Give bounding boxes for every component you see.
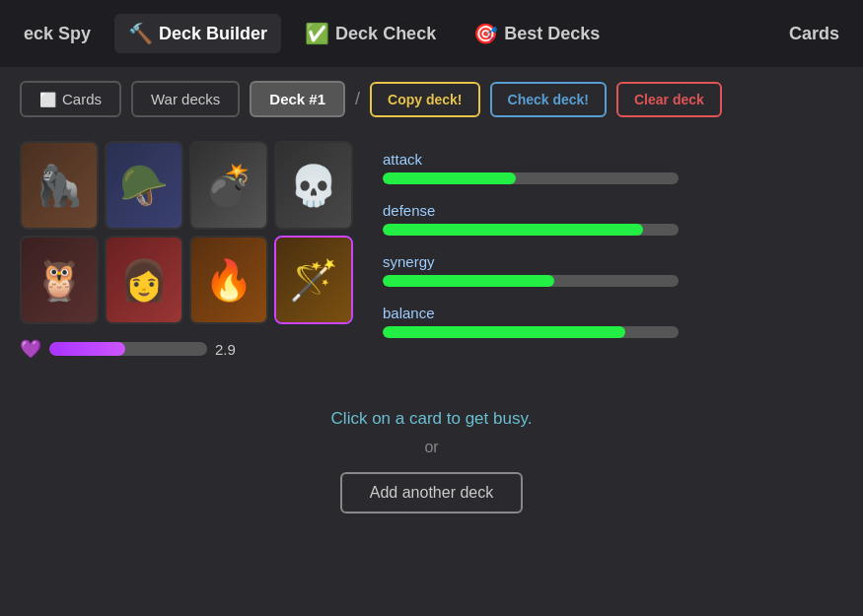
check-deck-button[interactable]: Check deck! [490,82,607,117]
deck-check-icon: ✅ [305,22,329,45]
deck-builder-icon: 🔨 [128,22,153,45]
card-slot-8[interactable]: 🪄 [274,236,353,324]
card-emoji-2: 🪖 [107,143,181,228]
card-emoji-4: 💀 [276,143,351,228]
add-deck-label: Add another deck [370,484,493,501]
card-emoji-3: 💣 [191,143,266,228]
stat-track-attack [383,172,679,184]
card-slot-2[interactable]: 🪖 [105,141,183,230]
stat-track-balance [383,326,679,338]
clear-deck-label: Clear deck [634,92,704,107]
nav-deck-check-label: Deck Check [335,24,436,44]
stat-label-synergy: synergy [383,253,843,270]
cards-tab-button[interactable]: ⬜ Cards [20,81,121,117]
click-hint: Click on a card to get busy. [20,409,843,429]
nav-deck-spy[interactable]: eck Spy [10,16,105,52]
stat-fill-attack [383,172,516,184]
stat-label-attack: attack [383,151,843,168]
card-slot-3[interactable]: 💣 [189,141,268,230]
nav-deck-builder[interactable]: 🔨 Deck Builder [114,14,281,53]
card-grid: 🦍🪖💣💀🦉👩🔥🪄 [20,141,353,324]
war-decks-tab-button[interactable]: War decks [131,81,240,117]
card-emoji-8: 🪄 [276,238,351,322]
copy-deck-button[interactable]: Copy deck! [370,82,479,117]
elixir-fill [49,342,125,356]
card-slot-4[interactable]: 💀 [274,141,353,230]
slash-separator: / [355,89,360,109]
toolbar: ⬜ Cards War decks Deck #1 / Copy deck! C… [0,67,863,131]
cards-tab-label: Cards [62,91,102,107]
deck1-tab-button[interactable]: Deck #1 [250,81,345,117]
card-slot-6[interactable]: 👩 [105,236,183,324]
elixir-value: 2.9 [215,341,236,358]
check-deck-label: Check deck! [508,92,589,107]
stat-label-balance: balance [383,305,843,321]
best-decks-icon: 🎯 [473,22,498,45]
stat-row-defense: defense [383,202,843,236]
or-text: or [20,439,843,456]
stat-row-balance: balance [383,305,843,338]
war-decks-tab-label: War decks [151,91,220,107]
nav-cards[interactable]: Cards [775,16,853,52]
cards-tab-icon: ⬜ [39,92,56,107]
stat-track-defense [383,224,679,236]
stats-section: attackdefensesynergybalance [383,141,843,360]
stat-row-synergy: synergy [383,253,843,287]
card-grid-section: 🦍🪖💣💀🦉👩🔥🪄 💜 2.9 [20,141,353,360]
card-slot-5[interactable]: 🦉 [20,236,99,324]
card-emoji-1: 🦍 [22,143,97,228]
nav-deck-spy-label: eck Spy [24,24,91,44]
nav-deck-check[interactable]: ✅ Deck Check [291,14,450,53]
add-another-deck-button[interactable]: Add another deck [340,472,523,513]
card-slot-7[interactable]: 🔥 [189,236,268,324]
copy-deck-label: Copy deck! [388,92,462,107]
stat-fill-balance [383,326,625,338]
card-slot-1[interactable]: 🦍 [20,141,99,230]
stat-row-attack: attack [383,151,843,184]
elixir-track [49,342,207,356]
elixir-bar-section: 💜 2.9 [20,338,353,360]
card-emoji-5: 🦉 [22,238,97,322]
card-emoji-6: 👩 [107,238,181,322]
nav-cards-label: Cards [789,24,839,44]
stat-fill-defense [383,224,643,236]
stat-label-defense: defense [383,202,843,219]
nav-deck-builder-label: Deck Builder [159,24,267,44]
deck1-tab-label: Deck #1 [269,91,325,107]
main-content: 🦍🪖💣💀🦉👩🔥🪄 💜 2.9 attackdefensesynergybalan… [0,131,863,370]
elixir-icon: 💜 [20,338,41,360]
stat-track-synergy [383,275,679,287]
clear-deck-button[interactable]: Clear deck [616,82,722,117]
stat-fill-synergy [383,275,554,287]
bottom-section: Click on a card to get busy. or Add anot… [0,389,863,533]
card-emoji-7: 🔥 [191,238,266,322]
top-nav: eck Spy 🔨 Deck Builder ✅ Deck Check 🎯 Be… [0,0,863,67]
nav-best-decks[interactable]: 🎯 Best Decks [460,14,613,53]
nav-best-decks-label: Best Decks [504,24,600,44]
